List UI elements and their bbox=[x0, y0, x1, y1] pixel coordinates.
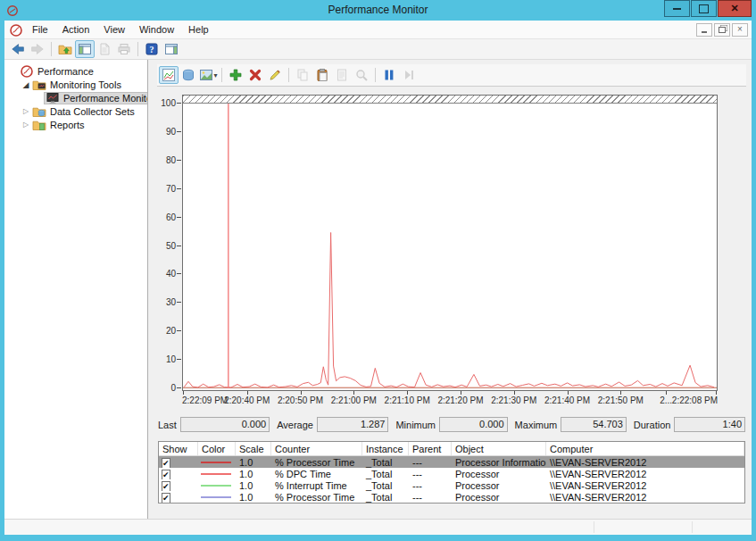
paste-counter-list-button[interactable] bbox=[312, 66, 332, 84]
cell-parent: --- bbox=[409, 457, 452, 468]
column-header-color[interactable]: Color bbox=[198, 442, 236, 455]
toolbar-separator bbox=[288, 68, 289, 82]
cell-scale: 1.0 bbox=[236, 492, 271, 503]
stat-value: 0.000 bbox=[439, 417, 508, 432]
copy-properties-button[interactable] bbox=[293, 66, 312, 84]
forward-button[interactable] bbox=[28, 40, 47, 58]
chart-activity-icon bbox=[162, 68, 176, 82]
close-button[interactable]: ✕ bbox=[718, 0, 752, 17]
column-header-scale[interactable]: Scale bbox=[236, 442, 271, 455]
x-axis-tick-label: 2:20:40 PM bbox=[224, 395, 270, 405]
column-header-show[interactable]: Show bbox=[159, 442, 198, 455]
highlight-button[interactable] bbox=[265, 66, 285, 84]
column-header-instance[interactable]: Instance bbox=[362, 442, 409, 455]
cell-instance: _Total bbox=[362, 492, 409, 503]
toolbar-separator bbox=[221, 68, 222, 82]
y-axis-tick bbox=[177, 387, 181, 388]
y-axis-tick bbox=[177, 188, 181, 189]
print-button[interactable] bbox=[114, 40, 134, 58]
x-axis-tick bbox=[666, 391, 667, 395]
table-row[interactable]: ✔1.0% Processor Time_Total---Processor\\… bbox=[159, 491, 744, 503]
expand-arrow-icon[interactable]: ▷ bbox=[21, 107, 31, 115]
graph-toolbar: ▾ bbox=[157, 64, 746, 87]
tree-item-data-collector-sets[interactable]: ▷Data Collector Sets bbox=[4, 104, 147, 118]
column-header-computer[interactable]: Computer bbox=[546, 442, 744, 455]
freeze-display-button[interactable] bbox=[379, 66, 399, 84]
column-header-counter[interactable]: Counter bbox=[271, 442, 362, 455]
stat-maximum: Maximum54.703 bbox=[515, 417, 627, 432]
main-toolbar: ? bbox=[4, 39, 752, 60]
x-axis-tick bbox=[716, 391, 717, 395]
up-one-level-button[interactable] bbox=[55, 40, 75, 58]
stat-value: 54.703 bbox=[561, 417, 627, 432]
y-axis-tick-label: 60 bbox=[157, 212, 176, 222]
tree-item-monitoring-tools[interactable]: ◢Monitoring Tools bbox=[4, 78, 147, 91]
table-row[interactable]: ✔1.0% Processor Time_Total---Processor I… bbox=[159, 456, 744, 468]
console-tree-toggle[interactable] bbox=[75, 40, 95, 58]
console-tree: Performance◢Monitoring ToolsPerformance … bbox=[4, 60, 147, 519]
table-row[interactable]: ✔1.0% Interrupt Time_Total---Processor\\… bbox=[159, 479, 744, 491]
show-checkbox[interactable]: ✔ bbox=[162, 470, 170, 479]
properties-button[interactable] bbox=[332, 66, 352, 84]
y-axis-tick bbox=[177, 359, 181, 360]
cell-object: Processor bbox=[452, 480, 546, 491]
tree-item-label: Performance Monitor bbox=[63, 93, 147, 104]
perfmon-menu-icon bbox=[9, 23, 21, 36]
window-title: Performance Monitor bbox=[0, 4, 756, 16]
show-checkbox[interactable]: ✔ bbox=[162, 493, 170, 503]
cell-scale: 1.0 bbox=[236, 469, 271, 479]
cell-object: Processor Information bbox=[452, 457, 546, 468]
maximize-button[interactable] bbox=[691, 0, 717, 17]
stat-average: Average1.287 bbox=[277, 417, 388, 432]
folder-data-icon bbox=[32, 104, 46, 119]
minimize-button[interactable] bbox=[664, 0, 690, 17]
menu-item-action[interactable]: Action bbox=[55, 22, 97, 37]
tree-item-reports[interactable]: ▷Reports bbox=[4, 118, 147, 131]
properties-gray-icon bbox=[335, 68, 349, 82]
menu-item-window[interactable]: Window bbox=[132, 22, 181, 37]
title-bar[interactable]: Performance Monitor ✕ bbox=[0, 0, 756, 21]
change-graph-type-button[interactable]: ▾ bbox=[198, 66, 218, 84]
collapse-arrow-icon[interactable]: ◢ bbox=[21, 80, 31, 89]
menu-item-help[interactable]: Help bbox=[181, 22, 216, 37]
delete-counter-button[interactable] bbox=[245, 66, 265, 84]
help-button[interactable]: ? bbox=[142, 40, 162, 58]
cell-counter: % Processor Time bbox=[271, 457, 362, 468]
folder-up-icon bbox=[58, 42, 72, 56]
maximize-icon bbox=[699, 4, 709, 13]
stat-value: 1.287 bbox=[317, 417, 388, 432]
stat-last: Last0.000 bbox=[158, 417, 270, 432]
expand-arrow-icon[interactable]: ▷ bbox=[21, 121, 31, 129]
mdi-minimize-button[interactable] bbox=[696, 23, 712, 37]
mdi-restore-button[interactable] bbox=[714, 23, 730, 37]
console-content: Performance◢Monitoring ToolsPerformance … bbox=[4, 60, 752, 519]
x-axis-tick bbox=[301, 391, 302, 395]
add-counter-button[interactable] bbox=[226, 66, 245, 84]
back-button[interactable] bbox=[8, 40, 28, 58]
zoom-button[interactable] bbox=[352, 66, 371, 84]
view-current-activity-button[interactable] bbox=[159, 66, 179, 84]
menu-item-view[interactable]: View bbox=[96, 22, 132, 37]
cell-instance: _Total bbox=[362, 457, 409, 468]
export-list-button[interactable] bbox=[95, 40, 114, 58]
action-pane-toggle[interactable] bbox=[162, 40, 181, 58]
perfmon-logo-icon bbox=[20, 64, 34, 79]
action-pane-icon bbox=[164, 42, 179, 56]
show-checkbox[interactable]: ✔ bbox=[162, 458, 170, 468]
x-axis-tick bbox=[461, 391, 461, 395]
counter-color-swatch bbox=[201, 462, 231, 463]
update-data-button[interactable] bbox=[399, 66, 419, 84]
tree-item-performance-monitor[interactable]: Performance Monitor bbox=[4, 91, 147, 104]
show-checkbox[interactable]: ✔ bbox=[162, 481, 170, 491]
view-log-data-button[interactable] bbox=[179, 66, 198, 84]
tree-item-label: Performance bbox=[37, 66, 94, 77]
mdi-close-button[interactable]: × bbox=[732, 23, 748, 37]
tree-item-label: Reports bbox=[50, 120, 85, 130]
menu-item-file[interactable]: File bbox=[25, 22, 55, 37]
table-row[interactable]: ✔1.0% DPC Time_Total---Processor\\EVAN-S… bbox=[159, 468, 744, 479]
toolbar-separator bbox=[375, 68, 376, 82]
column-header-object[interactable]: Object bbox=[452, 442, 546, 455]
graph-series-canvas bbox=[183, 96, 717, 390]
tree-item-performance[interactable]: Performance bbox=[4, 64, 147, 78]
column-header-parent[interactable]: Parent bbox=[409, 442, 452, 455]
